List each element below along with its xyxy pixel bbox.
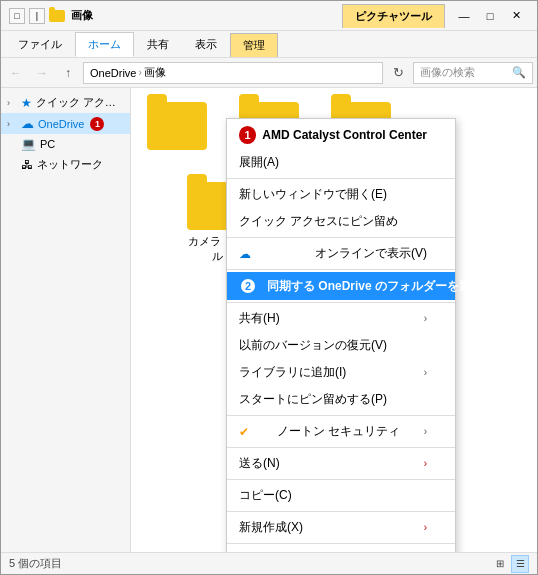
cm-copy[interactable]: コピー(C)	[227, 482, 455, 509]
address-onedrive: OneDrive	[90, 67, 136, 79]
cm-sep-9	[227, 543, 455, 544]
file-item-1[interactable]	[141, 98, 213, 158]
cm-sep-1	[227, 178, 455, 179]
address-sep1: ›	[138, 67, 141, 78]
tab-view[interactable]: 表示	[182, 32, 230, 57]
maximize-button[interactable]: □	[477, 3, 503, 29]
cloud-icon: ☁	[239, 247, 251, 261]
title-bar-folder: 画像	[71, 8, 336, 23]
onedrive-badge: 1	[90, 117, 104, 131]
onedrive-chevron: ›	[7, 119, 17, 129]
title-bar: □ | 画像 ピクチャツール — □ ✕	[1, 1, 537, 31]
cm-sep-8	[227, 511, 455, 512]
window-controls: — □ ✕	[451, 3, 529, 29]
back-button[interactable]: ←	[5, 62, 27, 84]
cm-send-to[interactable]: 送る(N) ›	[227, 450, 455, 477]
folder-icon-1	[147, 102, 207, 150]
nav-bar: ← → ↑ OneDrive › 画像 ↻ 画像の検索 🔍	[1, 58, 537, 88]
badge-2: 2	[239, 277, 257, 295]
file-area: ✓ カメラ ロール 1 AMD Catalyst Control Center …	[131, 88, 537, 552]
tb-icon2[interactable]: |	[29, 8, 45, 24]
search-placeholder: 画像の検索	[420, 65, 475, 80]
tab-manage[interactable]: 管理	[230, 33, 278, 57]
cm-sep-2	[227, 237, 455, 238]
cm-sep-7	[227, 479, 455, 480]
send-arrow-icon: ›	[424, 458, 427, 469]
ribbon: ファイル ホーム 共有 表示 管理	[1, 31, 537, 58]
ribbon-tabs: ファイル ホーム 共有 表示 管理	[1, 31, 537, 57]
tab-share[interactable]: 共有	[134, 32, 182, 57]
sidebar-item-network[interactable]: 🖧 ネットワーク	[1, 154, 130, 175]
view-buttons: ⊞ ☰	[491, 555, 529, 573]
sidebar-item-quick-access[interactable]: › ★ クイック アクセス	[1, 92, 130, 113]
cm-new-window[interactable]: 新しいウィンドウで開く(E)	[227, 181, 455, 208]
window-title: 画像	[71, 8, 93, 23]
share-arrow-icon: ›	[424, 313, 427, 324]
search-icon: 🔍	[512, 66, 526, 79]
tab-file[interactable]: ファイル	[5, 32, 75, 57]
search-bar[interactable]: 画像の検索 🔍	[413, 62, 533, 84]
picture-tools-tab[interactable]: ピクチャツール	[342, 4, 445, 28]
main-area: › ★ クイック アクセス › ☁ OneDrive 1 💻 PC 🖧 ネットワ…	[1, 88, 537, 552]
quick-access-chevron: ›	[7, 98, 17, 108]
window: □ | 画像 ピクチャツール — □ ✕ ファイル ホーム 共有 表示 管理 ←…	[0, 0, 538, 575]
address-images: 画像	[144, 65, 166, 80]
cm-header-text: AMD Catalyst Control Center	[262, 128, 427, 142]
cm-expand[interactable]: 展開(A)	[227, 149, 455, 176]
network-label: ネットワーク	[37, 157, 103, 172]
address-path: OneDrive › 画像	[90, 65, 166, 80]
up-button[interactable]: ↑	[57, 62, 79, 84]
norton-arrow-icon: ›	[424, 426, 427, 437]
item-count: 5 個の項目	[9, 556, 62, 571]
cm-sep-5	[227, 415, 455, 416]
titlebar-icons: □ |	[9, 8, 65, 24]
cm-sync-folders[interactable]: 2 同期する OneDrive のフォルダーを選択	[227, 272, 455, 300]
cm-pin-start[interactable]: スタートにピン留めする(P)	[227, 386, 455, 413]
cm-sep-6	[227, 447, 455, 448]
minimize-button[interactable]: —	[451, 3, 477, 29]
new-arrow-icon: ›	[424, 522, 427, 533]
refresh-button[interactable]: ↻	[387, 62, 409, 84]
cm-share[interactable]: 共有(H) ›	[227, 305, 455, 332]
cm-new[interactable]: 新規作成(X) ›	[227, 514, 455, 541]
grid-view-button[interactable]: ⊞	[491, 555, 509, 573]
tab-home[interactable]: ホーム	[75, 32, 134, 57]
context-menu: 1 AMD Catalyst Control Center 展開(A) 新しいウ…	[226, 118, 456, 552]
library-arrow-icon: ›	[424, 367, 427, 378]
cm-sep-3	[227, 269, 455, 270]
pc-label: PC	[40, 138, 55, 150]
address-bar[interactable]: OneDrive › 画像	[83, 62, 383, 84]
star-icon: ★	[21, 96, 32, 110]
network-icon: 🖧	[21, 158, 33, 172]
onedrive-label: OneDrive	[38, 118, 84, 130]
cm-header: 1 AMD Catalyst Control Center	[227, 121, 455, 149]
list-view-button[interactable]: ☰	[511, 555, 529, 573]
sidebar-item-pc[interactable]: 💻 PC	[1, 134, 130, 154]
cm-view-online[interactable]: ☁ オンラインで表示(V)	[227, 240, 455, 267]
cm-properties[interactable]: プロパティ(R)	[227, 546, 455, 552]
sidebar-item-onedrive[interactable]: › ☁ OneDrive 1	[1, 113, 130, 134]
quick-access-icon[interactable]: □	[9, 8, 25, 24]
cm-pin-quick-access[interactable]: クイック アクセスにピン留め	[227, 208, 455, 235]
title-folder-icon	[49, 10, 65, 22]
pc-icon: 💻	[21, 137, 36, 151]
sidebar: › ★ クイック アクセス › ☁ OneDrive 1 💻 PC 🖧 ネットワ…	[1, 88, 131, 552]
badge-1: 1	[239, 126, 256, 144]
cm-restore-version[interactable]: 以前のバージョンの復元(V)	[227, 332, 455, 359]
quick-access-label: クイック アクセス	[36, 95, 124, 110]
cm-norton[interactable]: ✔ ノートン セキュリティ ›	[227, 418, 455, 445]
cm-add-library[interactable]: ライブラリに追加(I) ›	[227, 359, 455, 386]
onedrive-icon: ☁	[21, 116, 34, 131]
forward-button[interactable]: →	[31, 62, 53, 84]
status-bar: 5 個の項目 ⊞ ☰	[1, 552, 537, 574]
close-button[interactable]: ✕	[503, 3, 529, 29]
norton-check-icon: ✔	[239, 425, 249, 439]
cm-sep-4	[227, 302, 455, 303]
